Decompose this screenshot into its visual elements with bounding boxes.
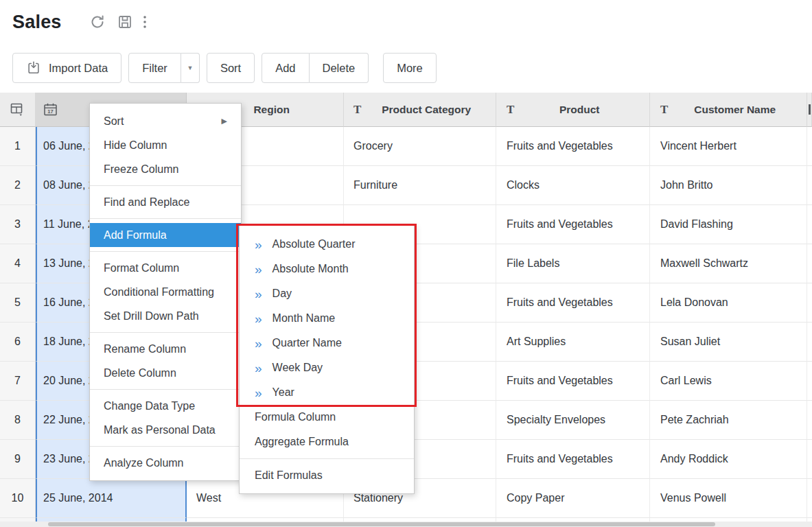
add-button[interactable]: Add <box>262 53 309 83</box>
svg-text:17: 17 <box>47 108 53 115</box>
cell-customer-name[interactable]: David Flashing <box>650 205 807 244</box>
row-number[interactable]: 9 <box>0 440 36 479</box>
cell-product-category[interactable]: Furniture <box>344 166 496 205</box>
menu-item-find-and-replace[interactable]: Find and Replace <box>90 190 241 214</box>
submenu-item-year[interactable]: » Year <box>240 380 414 405</box>
row-number[interactable]: 3 <box>0 205 36 244</box>
cell-clipped <box>807 440 812 479</box>
menu-divider <box>90 185 241 186</box>
select-all-corner[interactable] <box>0 93 36 127</box>
menu-item-analyze-column[interactable]: Analyze Column <box>90 451 241 475</box>
submenu-item-quarter-name[interactable]: » Quarter Name <box>240 331 414 355</box>
submenu-item-absolute-month[interactable]: » Absolute Month <box>240 257 414 281</box>
text-type-icon: T <box>353 103 361 117</box>
double-chevron-icon: » <box>255 362 262 375</box>
kebab-menu-icon[interactable] <box>143 14 147 30</box>
cell-clipped <box>807 362 812 401</box>
menu-item-sort[interactable]: Sort ▶ <box>90 109 241 133</box>
more-button[interactable]: More <box>383 53 437 83</box>
cell-clipped <box>807 205 812 244</box>
row-number[interactable]: 7 <box>0 362 36 401</box>
cell-product[interactable]: Fruits and Vegetables <box>496 127 650 166</box>
cell-product[interactable]: Clocks <box>496 166 650 205</box>
menu-item-rename-column[interactable]: Rename Column <box>90 337 241 361</box>
cell-customer-name[interactable]: John Britto <box>650 166 807 205</box>
double-chevron-icon: » <box>255 238 262 251</box>
cell-product[interactable]: Art Supplies <box>496 323 650 362</box>
cell-customer-name[interactable]: Pete Zachriah <box>650 401 807 440</box>
scrollbar-thumb[interactable] <box>48 522 715 526</box>
double-chevron-icon: » <box>255 386 262 399</box>
submenu-item-absolute-quarter[interactable]: » Absolute Quarter <box>240 232 414 257</box>
cell-product[interactable]: Fruits and Vegetables <box>496 283 650 323</box>
submenu-item-week-day[interactable]: » Week Day <box>240 355 414 380</box>
cell-product[interactable]: Fruits and Vegetables <box>496 205 650 244</box>
column-header-customer-name[interactable]: T Customer Name <box>650 93 807 127</box>
filter-split-button: Filter ▼ <box>128 53 200 83</box>
cell-product[interactable]: File Labels <box>496 244 650 283</box>
cell-customer-name[interactable]: Venus Powell <box>650 479 807 518</box>
title-bar: Sales <box>12 5 147 38</box>
cell-customer-name[interactable]: Susan Juliet <box>650 323 807 362</box>
cell-product[interactable]: Fruits and Vegetables <box>496 362 650 401</box>
cell-clipped <box>807 479 812 518</box>
cell-product[interactable]: Copy Paper <box>496 479 650 518</box>
menu-item-conditional-formatting[interactable]: Conditional Formatting <box>90 280 241 304</box>
column-header-label: Product <box>520 104 639 116</box>
double-chevron-icon: » <box>255 337 262 350</box>
row-number[interactable]: 6 <box>0 323 36 362</box>
cell-date[interactable]: 25 June, 2014 <box>36 479 187 518</box>
row-number[interactable]: 10 <box>0 479 36 518</box>
cell-product[interactable]: Specialty Envelopes <box>496 401 650 440</box>
cell-clipped <box>807 166 812 205</box>
refresh-icon[interactable] <box>89 14 106 30</box>
column-header-product[interactable]: T Product <box>496 93 650 127</box>
clipped-header-icon <box>809 104 811 115</box>
menu-item-set-drill-down-path[interactable]: Set Drill Down Path <box>90 304 241 328</box>
cell-product-category[interactable]: Grocery <box>344 127 496 166</box>
cell-customer-name[interactable]: Lela Donovan <box>650 283 807 323</box>
add-formula-submenu: » Absolute Quarter » Absolute Month » Da… <box>239 224 415 494</box>
toolbar: Import Data Filter ▼ Sort Add Delete Mor… <box>12 53 437 83</box>
table-select-icon <box>9 102 26 117</box>
import-data-button[interactable]: Import Data <box>12 53 121 83</box>
add-label: Add <box>275 62 295 75</box>
submenu-item-month-name[interactable]: » Month Name <box>240 306 414 331</box>
menu-item-change-data-type[interactable]: Change Data Type <box>90 394 241 418</box>
dropdown-caret-icon: ▼ <box>187 65 193 71</box>
menu-item-mark-as-personal-data[interactable]: Mark as Personal Data <box>90 418 241 442</box>
submenu-item-formula-column[interactable]: Formula Column <box>240 405 414 430</box>
column-context-menu: Sort ▶ Hide Column Freeze Column Find an… <box>89 103 242 481</box>
menu-item-hide-column[interactable]: Hide Column <box>90 133 241 157</box>
cell-customer-name[interactable]: Maxwell Schwartz <box>650 244 807 283</box>
cell-customer-name[interactable]: Carl Lewis <box>650 362 807 401</box>
menu-item-add-formula[interactable]: Add Formula <box>90 223 241 247</box>
double-chevron-icon: » <box>255 263 262 276</box>
page-title: Sales <box>12 12 62 33</box>
menu-item-delete-column[interactable]: Delete Column <box>90 361 241 385</box>
save-icon[interactable] <box>117 14 133 30</box>
row-number[interactable]: 1 <box>0 127 36 166</box>
menu-divider <box>90 251 241 252</box>
cell-clipped <box>807 244 812 283</box>
row-number[interactable]: 8 <box>0 401 36 440</box>
import-icon <box>26 60 41 75</box>
row-number[interactable]: 2 <box>0 166 36 205</box>
cell-customer-name[interactable]: Andy Roddick <box>650 440 807 479</box>
cell-clipped <box>807 323 812 362</box>
submenu-item-edit-formulas[interactable]: Edit Formulas <box>240 463 414 488</box>
row-number[interactable]: 5 <box>0 283 36 323</box>
filter-button[interactable]: Filter <box>128 53 181 83</box>
cell-product[interactable]: Fruits and Vegetables <box>496 440 650 479</box>
cell-customer-name[interactable]: Vincent Herbert <box>650 127 807 166</box>
menu-item-format-column[interactable]: Format Column <box>90 256 241 280</box>
delete-button[interactable]: Delete <box>310 53 369 83</box>
submenu-item-aggregate-formula[interactable]: Aggregate Formula <box>240 430 414 454</box>
filter-dropdown-button[interactable]: ▼ <box>181 53 200 83</box>
sort-button[interactable]: Sort <box>207 53 255 83</box>
column-header-product-category[interactable]: T Product Category <box>344 93 496 127</box>
submenu-item-day[interactable]: » Day <box>240 281 414 306</box>
row-number[interactable]: 4 <box>0 244 36 283</box>
double-chevron-icon: » <box>255 288 262 301</box>
menu-item-freeze-column[interactable]: Freeze Column <box>90 157 241 181</box>
